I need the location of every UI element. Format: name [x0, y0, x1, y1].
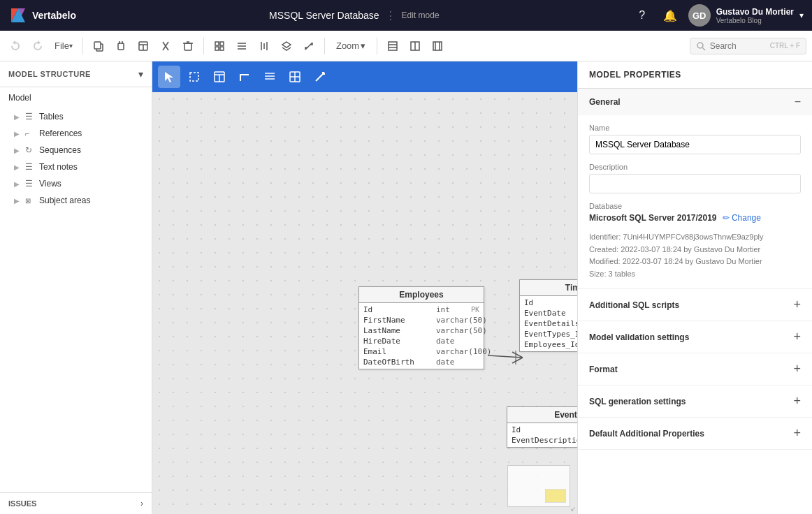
created-label: Created: — [589, 245, 618, 254]
default-additional-section[interactable]: Default Additional Properties + — [578, 418, 812, 450]
text-notes-icon: ☰ — [25, 162, 35, 172]
avatar-initials: GD — [693, 10, 706, 21]
delete-button[interactable] — [178, 36, 198, 56]
default-additional-toggle: + — [793, 426, 801, 441]
size-value: 3 tables — [609, 270, 636, 278]
additional-sql-toggle: + — [793, 298, 801, 312]
user-area[interactable]: GD Gustavo Du Mortier Vertabelo Blog ▾ — [688, 4, 804, 27]
resize-button[interactable] — [299, 36, 319, 56]
canvas[interactable]: Employees Id int PK FirstName varchar(50… — [152, 92, 577, 514]
general-section-toggle[interactable]: − — [795, 96, 801, 108]
table-row: Id int PK — [520, 298, 577, 308]
table-row: EventTypes_Id int FK — [520, 329, 577, 339]
sidebar-title: MODEL STRUCTURE — [8, 70, 91, 78]
sidebar-item-text-notes[interactable]: ▶ ☰ Text notes — [0, 159, 152, 175]
table-row: Id int PK — [359, 304, 484, 315]
view-toggle-3[interactable] — [428, 36, 447, 56]
notifications-button[interactable]: 🔔 — [660, 6, 680, 25]
select-tool-button[interactable] — [158, 66, 180, 88]
sidebar-item-views-label: Views — [39, 179, 143, 189]
eventtypes-table[interactable]: EventTypes Id int PK EventDescription va… — [507, 406, 577, 448]
cut-button[interactable] — [156, 36, 175, 56]
undo-button[interactable] — [6, 36, 25, 56]
sidebar-collapse-button[interactable]: ▾ — [138, 68, 143, 80]
sql-generation-toggle: + — [793, 394, 801, 409]
sql-generation-section[interactable]: SQL generation settings + — [578, 386, 812, 418]
file-button[interactable]: File ▾ — [50, 36, 77, 56]
view-toggle-1[interactable] — [383, 36, 403, 56]
properties-content: General − Name Description Database — [578, 89, 812, 514]
top-bar: Vertabelo MSSQL Server Database ⋮ Edit m… — [0, 0, 812, 31]
align-button[interactable] — [232, 36, 252, 56]
cut-copy-button[interactable] — [111, 36, 131, 56]
timeline-table[interactable]: Timeline Id int PK EventDate date EventD… — [519, 279, 577, 352]
table-toggle-button[interactable] — [133, 36, 153, 56]
sidebar-item-views[interactable]: ▶ ☰ Views — [0, 175, 152, 192]
change-link[interactable]: ✏ Change — [723, 213, 761, 223]
table-row: Email varchar(100) — [359, 346, 484, 357]
sidebar-item-sequences[interactable]: ▶ ↻ Sequences — [0, 142, 152, 159]
multiline-button[interactable] — [259, 66, 281, 88]
created-row: Created: 2022-03-07 18:24 by Gustavo Du … — [589, 244, 801, 256]
additional-sql-label: Additional SQL scripts — [589, 300, 679, 310]
description-field: Description — [589, 163, 801, 193]
sidebar-item-subject-areas[interactable]: ▶ ⊠ Subject areas — [0, 192, 152, 209]
canvas-resize-handle[interactable]: ↙ — [570, 505, 576, 513]
general-section-body: Name Description Database Microsoft SQL … — [578, 115, 812, 288]
sidebar-item-tables[interactable]: ▶ ☰ Tables — [0, 108, 152, 125]
topbar-title: MSSQL Server Database ⋮ Edit mode — [87, 9, 621, 22]
svg-rect-13 — [184, 43, 191, 50]
issues-label: ISSUES — [8, 499, 36, 508]
database-label: Database — [589, 202, 801, 210]
format-label: Format — [589, 365, 618, 374]
eventtypes-table-header: EventTypes — [507, 407, 577, 423]
view-toggle-2[interactable] — [405, 36, 425, 56]
format-section[interactable]: Format + — [578, 353, 812, 386]
logo-text: Vertabelo — [32, 10, 76, 21]
table-row: EventDescription varchar(30) — [507, 435, 577, 446]
search-input[interactable] — [710, 41, 766, 51]
help-button[interactable]: ? — [632, 6, 652, 25]
employees-table[interactable]: Employees Id int PK FirstName varchar(50… — [358, 286, 484, 369]
model-validation-section[interactable]: Model validation settings + — [578, 321, 812, 353]
format-toggle: + — [793, 362, 801, 376]
name-input[interactable] — [589, 135, 801, 154]
modified-row: Modified: 2022-03-07 18:24 by Gustavo Du… — [589, 256, 801, 268]
zoom-dropdown-arrow: ▾ — [361, 41, 365, 51]
copy-button[interactable] — [89, 36, 108, 56]
add-table-button[interactable] — [208, 66, 231, 88]
rect-select-button[interactable] — [183, 66, 205, 88]
svg-line-27 — [305, 43, 312, 50]
distribute-button[interactable] — [254, 36, 274, 56]
eventtypes-table-body: Id int PK EventDescription varchar(30) — [507, 423, 577, 447]
layers-button[interactable] — [277, 36, 296, 56]
document-title: MSSQL Server Database — [269, 10, 379, 21]
size-row: Size: 3 tables — [589, 268, 801, 281]
search-area: CTRL + F — [690, 38, 806, 54]
user-name: Gustavo Du Mortier — [716, 7, 794, 17]
zoom-button[interactable]: Zoom ▾ — [331, 38, 371, 54]
references-arrow: ▶ — [14, 130, 20, 138]
sidebar-item-references[interactable]: ▶ ⌐ References — [0, 125, 152, 142]
join-button[interactable] — [284, 66, 306, 88]
employees-table-header: Employees — [359, 287, 484, 303]
general-section-header[interactable]: General − — [578, 89, 812, 115]
general-section-title: General — [589, 97, 621, 107]
issues-section[interactable]: ISSUES › — [0, 492, 152, 514]
additional-sql-section[interactable]: Additional SQL scripts + — [578, 289, 812, 321]
identifier-label: Identifier: — [589, 233, 621, 241]
description-input[interactable] — [589, 174, 801, 193]
file-label: File — [55, 41, 69, 51]
redo-button[interactable] — [28, 36, 48, 56]
diagonal-button[interactable] — [309, 66, 331, 88]
svg-rect-33 — [433, 42, 442, 50]
created-value: 2022-03-07 18:24 by Gustavo Du Mortier — [621, 245, 760, 254]
database-value: Microsoft SQL Server 2017/2019 — [589, 213, 717, 223]
sidebar-item-subject-areas-label: Subject areas — [39, 196, 143, 205]
svg-marker-38 — [165, 72, 173, 82]
logo[interactable]: Vertabelo — [8, 6, 76, 25]
elbow-connector-button[interactable] — [233, 66, 256, 88]
format-button[interactable] — [210, 36, 229, 56]
separator-1 — [82, 38, 83, 54]
table-row: EventDate date — [520, 308, 577, 318]
